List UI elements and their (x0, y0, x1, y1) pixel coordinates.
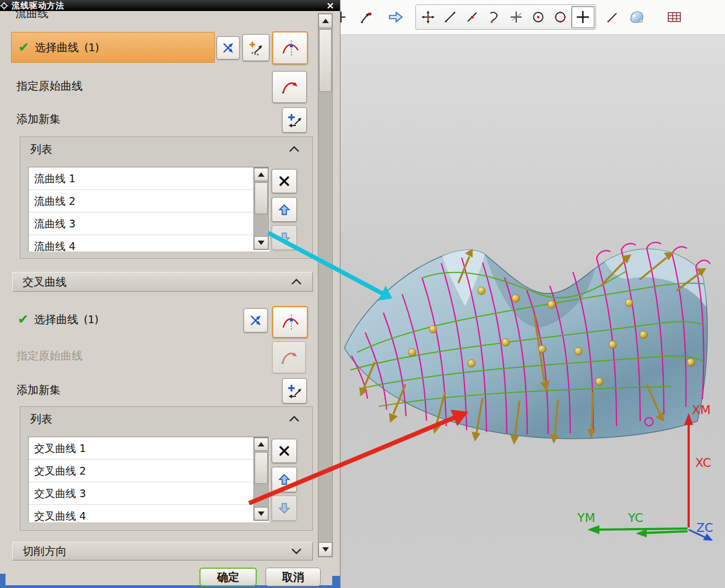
point-tool-button[interactable] (571, 6, 594, 28)
list-item[interactable]: 交叉曲线 4 (29, 505, 269, 522)
cross-curve-list: 交叉曲线 1 交叉曲线 2 交叉曲线 3 交叉曲线 4 (28, 437, 269, 522)
cross-select-curve-label: 选择曲线 (34, 312, 78, 327)
cross-specify-origin-label: 指定原始曲线 (17, 349, 83, 363)
flow-list-header: 列表 (30, 142, 52, 157)
list-item[interactable]: 流曲线 4 (29, 235, 269, 252)
face-display-icon[interactable] (626, 6, 648, 28)
flow-select-curve-count: (1) (84, 41, 99, 53)
axis-label-zc: ZC (696, 521, 713, 535)
axis-label-xm: XM (692, 403, 711, 417)
scrolled-section-header: 流曲线 (0, 11, 309, 21)
crossed-arrows-icon (248, 313, 263, 328)
delete-x-icon (278, 445, 290, 457)
close-button[interactable]: × (326, 1, 334, 10)
ok-button[interactable]: 确定 (199, 568, 257, 586)
list-item[interactable]: 流曲线 3 (29, 213, 269, 235)
flow-add-to-list-button[interactable] (242, 34, 269, 61)
dialog-titlebar[interactable]: 流线驱动方法 × (0, 0, 340, 11)
triangle-up-icon (322, 19, 329, 23)
flow-move-down-button[interactable] (272, 225, 297, 250)
cross-move-up-button[interactable] (272, 467, 297, 492)
scroll-thumb[interactable] (255, 452, 268, 484)
window-frame-corner (332, 576, 340, 588)
flow-list-group: 列表 流曲线 1 流曲线 2 流曲线 3 流曲线 4 (20, 137, 313, 259)
app-icon (0, 2, 8, 10)
scroll-thumb[interactable] (319, 29, 332, 92)
scroll-down-button[interactable] (254, 236, 268, 249)
list-item[interactable]: 交叉曲线 2 (29, 460, 269, 482)
flow-list-scrollbar[interactable] (253, 167, 269, 250)
smart-point-icon[interactable] (355, 6, 377, 28)
scroll-thumb[interactable] (255, 182, 268, 214)
add-new-set-icon (287, 383, 302, 399)
cross-reselect-button[interactable] (244, 308, 268, 333)
origin-curve-icon (280, 348, 299, 367)
snap-point-toolbar (340, 0, 725, 35)
snap-move-icon[interactable] (417, 7, 439, 28)
flow-reselect-button[interactable] (217, 36, 240, 59)
list-item[interactable]: 交叉曲线 1 (29, 437, 269, 460)
scroll-down-button[interactable] (254, 507, 268, 520)
list-item[interactable]: 交叉曲线 3 (29, 482, 269, 505)
cut-direction-section-bar[interactable]: 切削方向 (12, 542, 313, 560)
flow-select-curve-row[interactable]: ✔ 选择曲线 (1) (11, 32, 215, 63)
flow-remove-button[interactable] (272, 169, 297, 193)
flow-move-up-button[interactable] (272, 197, 297, 222)
collapse-chevron-icon (290, 279, 302, 285)
flow-select-curve-label: 选择曲线 (35, 40, 79, 55)
data-grid-icon[interactable] (663, 6, 685, 28)
cross-curve-rule-button[interactable] (272, 306, 308, 338)
scroll-up-button[interactable] (318, 14, 332, 28)
line-icon[interactable] (439, 7, 461, 28)
crossed-arrows-icon (221, 41, 235, 55)
scroll-down-button[interactable] (318, 542, 332, 557)
cross-add-new-set-button[interactable] (282, 378, 307, 404)
arrow-up-icon (278, 203, 291, 216)
vector-arrow-icon[interactable] (385, 6, 407, 28)
triangle-up-icon (258, 172, 264, 177)
point-on-curve-icon[interactable] (340, 6, 351, 28)
flow-specify-origin-label: 指定原始曲线 (17, 79, 83, 94)
cross-select-curve-row[interactable]: ✔ 选择曲线 (1) (11, 306, 214, 333)
midpoint-icon[interactable] (461, 7, 483, 28)
list-item[interactable]: 流曲线 1 (29, 167, 269, 190)
flow-curve-list: 流曲线 1 流曲线 2 流曲线 3 流曲线 4 (28, 167, 269, 252)
cross-curves-section-bar[interactable]: 交叉曲线 (12, 272, 313, 292)
collapse-chevron-icon[interactable] (288, 146, 300, 153)
axis-label-ym: YM (577, 511, 595, 525)
dialog-scrollbar[interactable] (318, 13, 333, 557)
add-new-set-icon (287, 112, 302, 128)
quadrant-point-icon[interactable] (549, 7, 571, 28)
scroll-up-button[interactable] (254, 438, 268, 451)
scroll-up-button[interactable] (254, 168, 268, 181)
triangle-down-icon (258, 241, 264, 245)
cross-add-new-set-label: 添加新集 (17, 383, 61, 398)
flow-origin-curve-button[interactable] (272, 71, 307, 103)
origin-curve-icon (280, 78, 299, 96)
cross-origin-curve-button[interactable] (272, 341, 306, 373)
circle-center-icon[interactable] (527, 7, 549, 28)
cross-remove-button[interactable] (272, 439, 297, 463)
sketch-line-icon[interactable] (602, 6, 624, 28)
graphics-canvas[interactable]: XM XC YM YC ZC (340, 34, 725, 588)
intersection-point-icon[interactable] (505, 7, 527, 28)
drive-surface-model (344, 242, 710, 445)
check-icon: ✔ (18, 40, 29, 55)
collapse-chevron-icon[interactable] (288, 416, 300, 422)
expand-chevron-icon (290, 548, 302, 554)
arc-hook-icon[interactable] (483, 7, 505, 28)
triangle-up-icon (258, 442, 264, 447)
flow-add-new-set-button[interactable] (282, 107, 307, 133)
cross-move-down-button[interactable] (272, 496, 297, 521)
dialog-title: 流线驱动方法 (12, 1, 64, 11)
graphics-viewport: XM XC YM YC ZC (340, 0, 725, 588)
check-icon: ✔ (18, 312, 29, 327)
flow-add-new-set-label: 添加新集 (17, 112, 61, 127)
cross-list-header: 列表 (30, 412, 52, 427)
list-item[interactable]: 流曲线 2 (29, 190, 269, 213)
axis-label-xc: XC (695, 456, 711, 470)
cancel-button[interactable]: 取消 (266, 568, 321, 586)
flow-curve-rule-button[interactable] (272, 31, 308, 64)
cross-list-scrollbar[interactable] (253, 437, 269, 521)
cross-curves-header: 交叉曲线 (23, 275, 67, 290)
